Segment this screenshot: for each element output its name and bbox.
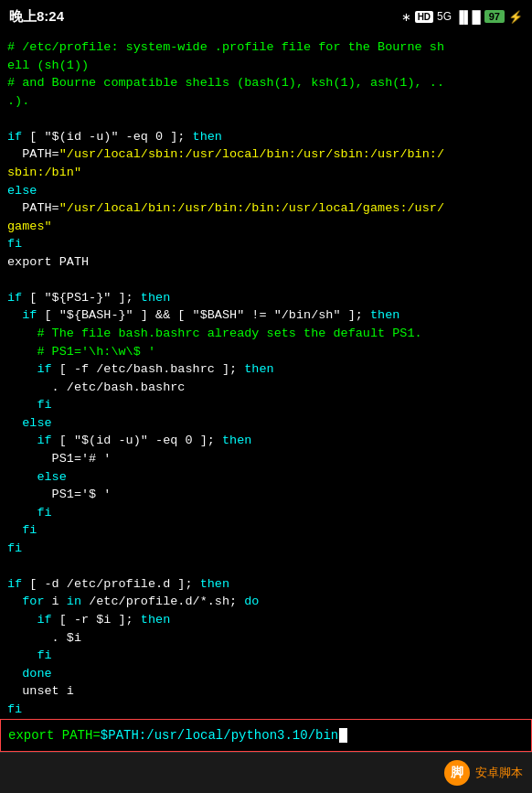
line-8: else	[7, 184, 37, 198]
line-7: sbin:/bin"	[7, 166, 81, 179]
line-30: if [ -r $i ]; then	[7, 613, 170, 627]
footer-label: 脚 安卓脚本	[444, 760, 523, 786]
line-24: PS1='$ '	[7, 488, 111, 501]
line-34: unset i	[7, 684, 74, 698]
line-33: done	[7, 667, 52, 680]
line-13: if [ "${PS1-}" ]; then	[7, 291, 170, 305]
line-2: ell (sh(1))	[7, 59, 89, 72]
bluetooth-icon: ∗	[401, 10, 411, 24]
line-22: PS1='# '	[7, 452, 111, 466]
command-line-text: export PATH=$PATH:/usr/local/python3.10/…	[8, 728, 338, 743]
line-11: fi	[7, 237, 22, 251]
line-18: . /etc/bash.bashrc	[7, 380, 185, 394]
hd-badge: HD	[415, 11, 433, 23]
battery-indicator: 97	[484, 10, 505, 23]
line-16: # PS1='\h:\w\$ '	[7, 345, 155, 359]
signal-5g: 5G	[437, 10, 452, 23]
status-right: ∗ HD 5G ▐▌█ 97 ⚡	[401, 10, 523, 24]
line-25: fi	[7, 506, 52, 520]
line-17: if [ -f /etc/bash.bashrc ]; then	[7, 362, 274, 376]
line-29: for i in /etc/profile.d/*.sh; do	[7, 595, 259, 608]
line-21: if [ "$(id -u)" -eq 0 ]; then	[7, 434, 251, 447]
line-28: if [ -d /etc/profile.d ]; then	[7, 577, 229, 591]
line-15: # The file bash.bashrc already sets the …	[7, 327, 422, 340]
status-time: 晚上8:24	[9, 8, 64, 26]
line-5: if [ "$(id -u)" -eq 0 ]; then	[7, 130, 222, 144]
charging-icon: ⚡	[508, 10, 523, 24]
code-content: # /etc/profile: system-wide .profile fil…	[7, 38, 525, 718]
footer-bar: 脚 安卓脚本	[0, 752, 532, 793]
status-bar: 晚上8:24 ∗ HD 5G ▐▌█ 97 ⚡	[0, 0, 532, 33]
line-26: fi	[7, 523, 37, 537]
line-19: fi	[7, 398, 52, 412]
line-31: . $i	[7, 631, 81, 645]
line-6: PATH="/usr/local/sbin:/usr/local/bin:/us…	[7, 147, 444, 161]
command-line-area[interactable]: export PATH=$PATH:/usr/local/python3.10/…	[0, 719, 532, 752]
signal-bars: ▐▌█	[455, 10, 481, 24]
line-20: else	[7, 416, 52, 430]
footer-logo: 脚	[444, 760, 470, 786]
line-27: fi	[7, 541, 22, 555]
line-32: fi	[7, 648, 52, 662]
terminal-area: # /etc/profile: system-wide .profile fil…	[0, 33, 532, 752]
line-12: export PATH	[7, 255, 89, 269]
line-9: PATH="/usr/local/bin:/usr/bin:/bin:/usr/…	[7, 201, 444, 215]
footer-text: 安卓脚本	[475, 765, 523, 781]
line-23: else	[7, 470, 67, 484]
line-4: .).	[7, 94, 29, 108]
line-10: games"	[7, 220, 52, 233]
line-3: # and Bourne compatible shells (bash(1),…	[7, 76, 444, 90]
line-1: # /etc/profile: system-wide .profile fil…	[7, 40, 444, 54]
cursor	[339, 728, 347, 743]
line-35: fi	[7, 702, 22, 716]
line-14: if [ "${BASH-}" ] && [ "$BASH" != "/bin/…	[7, 308, 399, 322]
